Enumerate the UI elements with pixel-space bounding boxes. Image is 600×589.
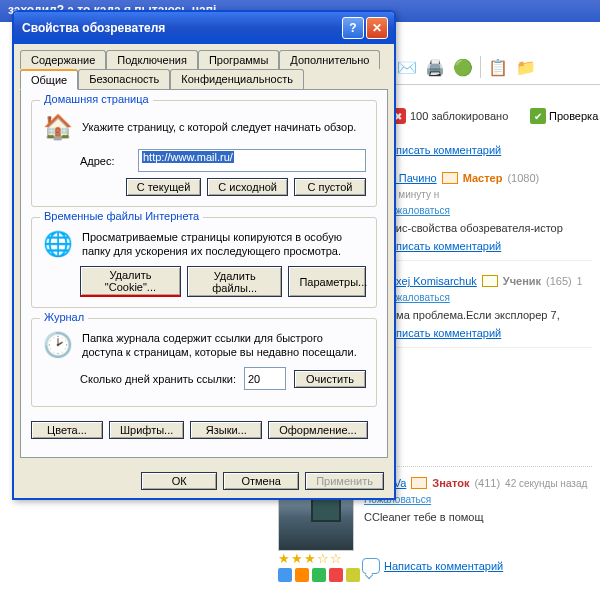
tab-row-1: Содержание Подключения Программы Дополни… — [14, 44, 394, 69]
internet-options-dialog: Свойства обозревателя ? ✕ Содержание Под… — [12, 10, 396, 500]
mail-icon[interactable]: ✉️ — [394, 54, 420, 80]
answer-item: exej Komisarchuk Ученик (165) 1 ожаловат… — [390, 275, 592, 348]
tab-privacy[interactable]: Конфиденциальность — [170, 69, 304, 89]
btn-colors[interactable]: Цвета... — [31, 421, 103, 439]
user-link[interactable]: exej Komisarchuk — [390, 275, 477, 287]
check-label: Проверка — [549, 110, 598, 122]
blocked-text: 100 заблокировано — [410, 110, 508, 122]
write-comment-text: Написать комментарий — [384, 560, 503, 572]
write-comment-link[interactable]: аписать комментарий — [390, 240, 592, 252]
group-temp-files: Временные файлы Интернета 🌐 Просматривае… — [31, 217, 377, 308]
print-icon[interactable]: 🖨️ — [422, 54, 448, 80]
timestamp: 1 — [577, 276, 583, 287]
folder-icon[interactable]: 📁 — [513, 54, 539, 80]
write-comment-text: аписать комментарий — [390, 144, 501, 156]
write-comment-link[interactable]: аписать комментарий — [390, 144, 592, 156]
separator — [480, 56, 481, 78]
group-title: Временные файлы Интернета — [40, 210, 203, 222]
btn-use-default[interactable]: С исходной — [207, 178, 288, 196]
answer-body: ома проблема.Если эксплорер 7, — [390, 309, 592, 321]
btn-use-current[interactable]: С текущей — [126, 178, 202, 196]
group-history: Журнал 🕑 Папка журнала содержит ссылки д… — [31, 318, 377, 407]
btn-languages[interactable]: Языки... — [190, 421, 262, 439]
days-input[interactable] — [244, 367, 286, 390]
tab-general[interactable]: Общие — [20, 69, 78, 90]
days-label: Сколько дней хранить ссылки: — [80, 373, 236, 385]
browser-toolbar: ✉️ 🖨️ 🟢 📋 📁 — [390, 50, 600, 85]
badge-icon — [278, 568, 292, 582]
address-input[interactable]: http://www.mail.ru/ — [138, 149, 366, 172]
appearance-buttons: Цвета... Шрифты... Языки... Оформление..… — [31, 417, 377, 447]
mail-icon[interactable] — [482, 275, 498, 287]
group-title: Журнал — [40, 311, 88, 323]
badge-icon — [312, 568, 326, 582]
research-icon[interactable]: 📋 — [485, 54, 511, 80]
rank-label: Мастер — [463, 172, 503, 184]
mail-icon[interactable] — [411, 477, 427, 489]
answer-body: вис-свойства обозревателя-истор — [390, 222, 592, 234]
group-homepage: Домашняя страница 🏠 Укажите страницу, с … — [31, 100, 377, 207]
rank-label: Ученик — [503, 275, 541, 287]
btn-settings[interactable]: Параметры... — [288, 266, 366, 297]
points: (1080) — [507, 172, 539, 184]
close-button[interactable]: ✕ — [366, 17, 388, 39]
tab-advanced[interactable]: Дополнительно — [279, 50, 380, 69]
spellcheck-button[interactable]: ✔ Проверка — [530, 108, 598, 124]
dialog-titlebar[interactable]: Свойства обозревателя ? ✕ — [14, 12, 394, 44]
temp-files-icon: 🌐 — [42, 228, 74, 260]
tab-panel-general: Домашняя страница 🏠 Укажите страницу, с … — [20, 89, 388, 458]
address-value: http://www.mail.ru/ — [142, 151, 234, 163]
user-link[interactable]: ь Пачино — [390, 172, 437, 184]
check-icon: ✔ — [530, 108, 546, 124]
btn-delete-files[interactable]: Удалить файлы... — [187, 266, 283, 297]
complain-link[interactable]: ожаловаться — [390, 205, 450, 216]
mail-icon[interactable] — [442, 172, 458, 184]
btn-fonts[interactable]: Шрифты... — [109, 421, 184, 439]
complain-link[interactable]: ожаловаться — [390, 292, 450, 303]
cancel-button[interactable]: Отмена — [223, 472, 299, 490]
answer-body: CCleaner тебе в помощ — [362, 511, 592, 523]
answer-item: ь Пачино Мастер (1080) 1 минуту н ожалов… — [390, 172, 592, 261]
btn-delete-cookies[interactable]: Удалить "Cookie"... — [80, 266, 181, 297]
points: (411) — [474, 477, 500, 489]
history-desc: Папка журнала содержит ссылки для быстро… — [82, 331, 366, 360]
tab-programs[interactable]: Программы — [198, 50, 279, 69]
badge-icon — [295, 568, 309, 582]
home-desc: Укажите страницу, с которой следует начи… — [82, 120, 366, 134]
write-comment-text: аписать комментарий — [390, 240, 501, 252]
popup-blocked-info[interactable]: ✖ 100 заблокировано — [390, 108, 508, 124]
tab-row-2: Общие Безопасность Конфиденциальность — [14, 69, 394, 89]
dialog-actions: ОК Отмена Применить — [14, 464, 394, 498]
apply-button[interactable]: Применить — [305, 472, 384, 490]
help-button[interactable]: ? — [342, 17, 364, 39]
tab-content[interactable]: Содержание — [20, 50, 106, 69]
temp-desc: Просматриваемые страницы копируются в ос… — [82, 230, 366, 259]
tab-connections[interactable]: Подключения — [106, 50, 198, 69]
rank-label: Знаток — [432, 477, 469, 489]
ok-button[interactable]: ОК — [141, 472, 217, 490]
write-comment-link[interactable]: Написать комментарий — [362, 558, 592, 574]
history-icon: 🕑 — [42, 329, 74, 361]
btn-use-blank[interactable]: С пустой — [294, 178, 366, 196]
badge-icon — [346, 568, 360, 582]
addr-label: Адрес: — [80, 155, 130, 167]
btn-clear-history[interactable]: Очистить — [294, 370, 366, 388]
bubble-icon — [362, 558, 380, 574]
timestamp: 42 секунды назад — [505, 478, 587, 489]
write-comment-link[interactable]: аписать комментарий — [390, 327, 592, 339]
btn-accessibility[interactable]: Оформление... — [268, 421, 367, 439]
messenger-icon[interactable]: 🟢 — [450, 54, 476, 80]
write-comment-text: аписать комментарий — [390, 327, 501, 339]
group-title: Домашняя страница — [40, 93, 153, 105]
home-icon: 🏠 — [42, 111, 74, 143]
points: (165) — [546, 275, 572, 287]
answers-list: аписать комментарий ь Пачино Мастер (108… — [390, 138, 592, 362]
dialog-title: Свойства обозревателя — [22, 21, 340, 35]
tab-security[interactable]: Безопасность — [78, 69, 170, 89]
badge-icon — [329, 568, 343, 582]
timestamp: 1 минуту н — [390, 189, 439, 200]
